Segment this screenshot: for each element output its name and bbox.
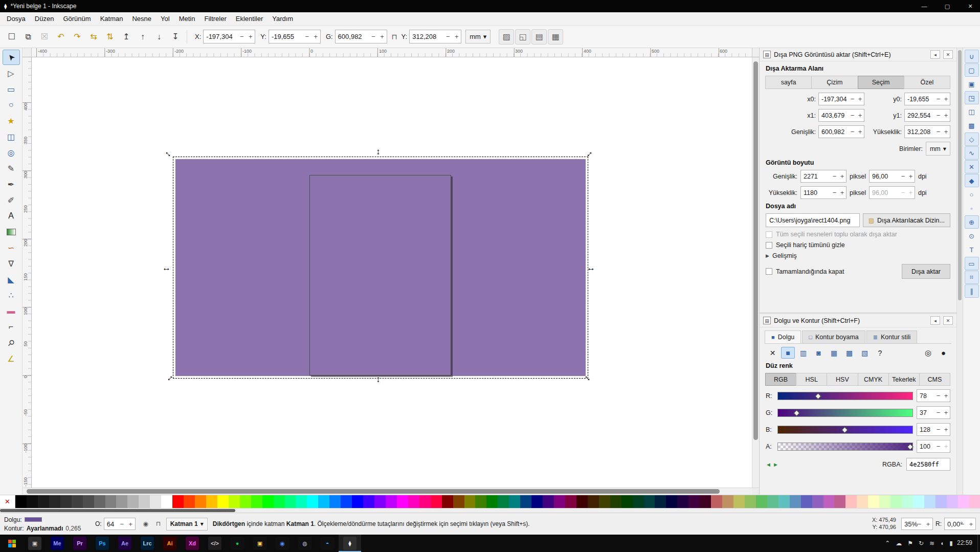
lower-to-bottom-button[interactable]: ↧ [168,29,183,45]
taskbar-spotify[interactable]: ● [226,535,249,552]
taskbar-illustrator[interactable]: Ai [159,535,181,552]
pencil-tool[interactable]: ✎ [3,161,20,176]
increment-button[interactable]: + [907,170,915,182]
palette-swatch[interactable] [644,495,655,508]
decrement-button[interactable]: − [849,109,856,121]
gradient-tool[interactable]: ▰ [3,224,20,239]
transform-gradient-toggle[interactable]: ▤ [531,29,547,45]
color-value-field[interactable]: 100 − + [917,440,950,453]
palette-swatch[interactable] [599,495,610,508]
palette-swatch[interactable] [307,495,318,508]
palette-swatch[interactable] [531,495,543,508]
layer-dropdown[interactable]: Katman 1 ▾ [166,518,208,531]
snap-guide-button[interactable]: ∥ [965,284,979,298]
palette-swatch[interactable] [610,495,621,508]
x-increment-button[interactable]: + [246,30,255,43]
paint-unknown-button[interactable]: ? [873,347,887,359]
y0-field[interactable]: -19,655 − + [904,93,950,105]
menu-item[interactable]: Dosya [2,13,30,25]
panel-dock-button[interactable]: ◂ [930,50,940,59]
width-field[interactable]: 600,982 − + [335,30,387,43]
decrement-button[interactable]: − [934,440,942,452]
increment-button[interactable]: + [838,187,846,198]
snap-page-border-button[interactable]: ▭ [965,257,979,270]
taskbar-file-explorer[interactable]: ▣ [249,535,271,552]
taskbar-inkscape[interactable]: ⧫ [339,535,361,552]
horizontal-ruler[interactable]: -400-300-200-1000100200300400500600 [32,48,752,57]
no-color-swatch[interactable]: ✕ [0,495,15,508]
x1-field[interactable]: 403,679 − + [818,109,864,122]
stroke-value[interactable]: Ayarlanmadı [27,525,63,532]
decrement-button[interactable]: − [899,170,907,182]
palette-swatch[interactable] [565,495,576,508]
measure-tool[interactable]: ∠ [3,351,20,366]
x-decrement-button[interactable]: − [237,30,246,43]
snap-intersection-button[interactable]: ✕ [965,160,979,173]
raise-button[interactable]: ↑ [135,29,150,45]
palette-swatch[interactable] [296,495,307,508]
increment-button[interactable]: + [942,424,950,435]
horizontal-scrollbar[interactable] [23,488,752,495]
close-when-done-checkbox[interactable] [766,268,772,275]
palette-swatch[interactable] [733,495,745,508]
text-tool[interactable]: A [3,208,20,224]
scrollbar-thumb[interactable] [27,489,720,494]
palette-swatch[interactable] [834,495,845,508]
decrement-button[interactable]: − [849,126,856,138]
export-width-field[interactable]: 600,982 − + [818,125,864,138]
selection-handle-s[interactable]: ↕ [376,375,381,384]
vertical-ruler[interactable]: 400350300250200150100500-50-100-150 [23,57,32,488]
export-area-tab[interactable]: Çizim [811,76,858,89]
taskbar-app-dark[interactable]: ▣ [24,535,46,552]
layer-visibility-toggle[interactable]: ◉ [141,519,151,529]
tray-chevron-icon[interactable]: ⌃ [885,540,890,547]
tray-network-icon[interactable]: ≋ [929,540,934,547]
star-tool[interactable]: ★ [3,113,20,128]
vertical-scrollbar[interactable] [752,57,759,488]
palette-swatch[interactable] [509,495,520,508]
palette-swatch[interactable] [700,495,711,508]
lower-button[interactable]: ↓ [151,29,167,45]
tray-sync-icon[interactable]: ↻ [919,540,924,547]
taskbar-lightroom[interactable]: Lrc [136,535,159,552]
guide-lock-toggle[interactable] [23,48,32,57]
palette-swatch[interactable] [498,495,509,508]
snap-bbox-edge-button[interactable]: ▣ [965,77,979,91]
blue-slider[interactable] [777,426,913,434]
palette-swatch[interactable] [397,495,408,508]
taskbar-after-effects[interactable]: Ae [114,535,136,552]
snap-grid-button[interactable]: ⌗ [965,271,979,284]
increment-button[interactable]: + [856,126,864,138]
palette-swatch[interactable] [969,495,980,508]
decrement-button[interactable]: − [849,93,856,105]
decrement-button[interactable]: − [934,390,942,402]
paint-none-button[interactable]: ✕ [766,347,779,359]
palette-swatch[interactable] [823,495,835,508]
export-button[interactable]: Dışa aktar [902,264,950,279]
select-all-button[interactable]: ☐ [4,29,19,45]
color-mode-tab[interactable]: HSV [827,373,858,386]
palette-swatch[interactable] [83,495,94,508]
export-area-tab[interactable]: Seçim [858,76,904,89]
increment-button[interactable]: + [907,187,915,198]
palette-swatch[interactable] [27,495,38,508]
fill-color-swatch[interactable] [25,517,42,522]
scrollbar-thumb[interactable] [0,509,235,512]
taskbar-code[interactable]: </> [204,535,226,552]
palette-swatch[interactable] [116,495,127,508]
palette-swatch[interactable] [475,495,486,508]
snap-rotation-center-button[interactable]: ⊙ [965,229,979,242]
scrollbar-thumb[interactable] [753,61,758,440]
increment-button[interactable]: + [856,109,864,121]
rotation-field[interactable]: 0,00° − + [944,518,976,530]
color-mode-tab[interactable]: Tekerlek [888,373,920,386]
menu-item[interactable]: Yol [156,13,174,25]
menu-item[interactable]: Metin [174,13,200,25]
filename-input[interactable] [766,213,860,227]
decrement-button[interactable]: − [934,93,942,105]
rotate-cw-button[interactable]: ↷ [70,29,85,45]
show-desktop-button[interactable] [977,535,980,552]
snap-cusp-node-button[interactable]: ◆ [965,174,979,187]
lock-ratio-toggle[interactable]: ⊓ [388,30,400,43]
palette-swatch[interactable] [329,495,341,508]
